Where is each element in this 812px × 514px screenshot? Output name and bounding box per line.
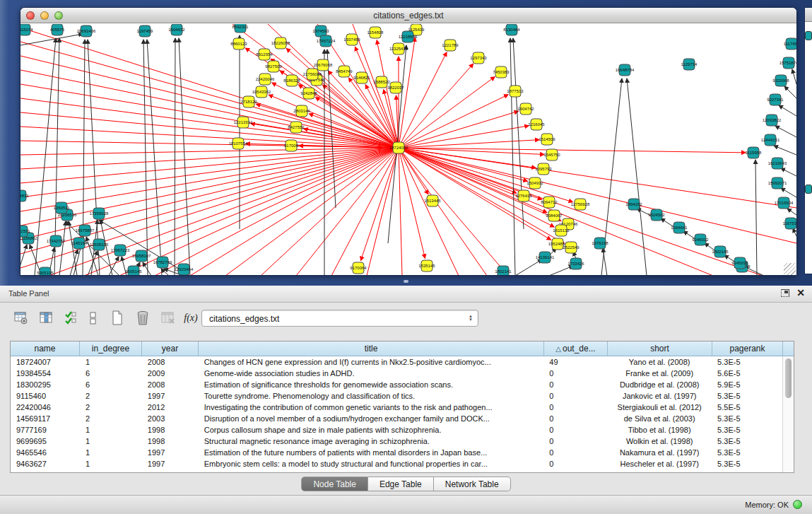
node-label: 17957223 <box>111 248 130 252</box>
node-label: 9329968 <box>772 78 789 83</box>
node-label: 7450383 <box>493 70 510 74</box>
node-label: 12923464 <box>175 267 194 271</box>
network-view-window[interactable]: citations_edges.txt 88601238912954182260… <box>20 7 797 276</box>
table-row[interactable]: 1938455462009Genome-wide association stu… <box>11 368 782 379</box>
cell: Nakamura et al. (1997) <box>607 447 712 458</box>
node-table[interactable]: namein_degreeyeartitle△out_de...shortpag… <box>10 341 794 473</box>
table-row[interactable]: 911546021997Tourette syndrome. Phenomeno… <box>11 390 782 402</box>
table-scrollbar[interactable] <box>782 356 794 472</box>
cell: 1 <box>80 436 142 447</box>
column-header-year[interactable]: year <box>142 341 199 356</box>
delete-table-button-disabled <box>158 308 178 328</box>
network-selector-dropdown[interactable]: citations_edges.txt ▲▼ <box>201 310 478 327</box>
node-label: 1974593 <box>312 29 329 33</box>
tab-network-table[interactable]: Network Table <box>434 477 511 491</box>
table-row[interactable]: 2242004622012Investigating the contribut… <box>11 402 782 413</box>
scrollbar-thumb[interactable] <box>785 358 792 398</box>
graph-node-fragment <box>805 185 812 194</box>
table-row[interactable]: 1830029562008Estimation of significance … <box>11 379 782 390</box>
citation-edge-red <box>20 148 399 226</box>
table-row[interactable]: 977716911998Corpus callosum shape and si… <box>11 424 782 436</box>
table-body[interactable]: 1872400712008Changes of HCN gene express… <box>11 356 782 472</box>
node-label: 1802141 <box>495 269 512 274</box>
node-label: 1129734 <box>681 62 698 66</box>
cell: 9115460 <box>11 390 80 402</box>
column-header-pagerank[interactable]: pagerank <box>712 341 783 356</box>
cell: Structural magnetic resonance image aver… <box>199 436 544 447</box>
selected-network-name: citations_edges.txt <box>209 314 279 324</box>
delete-column-button[interactable] <box>133 308 153 328</box>
cell: 5.3E-5 <box>712 458 782 469</box>
cell: 0 <box>543 458 607 469</box>
node-label: 1802145 <box>712 250 729 254</box>
citation-edge-red <box>365 85 399 148</box>
table-row[interactable]: 946362711997Embryonic stem cells: a mode… <box>11 458 782 469</box>
node-label: 1815074 <box>20 28 33 32</box>
column-header-name[interactable]: name <box>11 341 80 356</box>
table-options-button[interactable] <box>11 308 31 328</box>
citation-edge-red <box>399 148 425 258</box>
table-row[interactable]: 1456911722003Disruption of a novel membe… <box>11 413 782 424</box>
float-panel-icon[interactable] <box>781 289 789 297</box>
table-row[interactable]: 969969511998Structural magnetic resonanc… <box>11 436 782 447</box>
node-label: 17342757 <box>47 239 66 243</box>
select-apply-button[interactable] <box>61 308 81 328</box>
node-label: 9115958 <box>746 151 763 155</box>
function-builder-button[interactable]: f(x) <box>181 308 201 328</box>
citation-edge-black <box>20 245 27 276</box>
citation-edge-black <box>143 262 151 276</box>
cell: 19384554 <box>11 368 80 379</box>
cell: 5.3E-5 <box>712 424 782 436</box>
node-label: 8592311 <box>233 25 249 29</box>
node-label: 1145194 <box>71 241 88 245</box>
memory-status-label: Memory: OK <box>745 501 789 509</box>
node-label: 1276413 <box>515 194 532 198</box>
table-header-row[interactable]: namein_degreeyeartitle△out_de...shortpag… <box>11 341 794 356</box>
column-header-short[interactable]: short <box>608 341 712 356</box>
cell: Yano et al. (2008) <box>607 356 712 368</box>
node-label: 9146821 <box>353 76 370 80</box>
citation-edge-black <box>792 69 796 84</box>
node-label: 16210643 <box>768 161 787 165</box>
cell: 5.5E-5 <box>712 402 782 413</box>
cell: 5.3E-5 <box>712 390 782 402</box>
table-row[interactable]: 1872400712008Changes of HCN gene express… <box>11 356 782 368</box>
node-label: 16782759 <box>153 260 172 264</box>
node-label: 9505145 <box>125 269 142 274</box>
cell: 1 <box>80 356 142 368</box>
node-label: 2718120 <box>240 100 257 104</box>
citation-network-graph[interactable]: 8860123891295418226058982750981863281054… <box>20 24 796 276</box>
cell: 1997 <box>142 447 199 458</box>
row-tools-button[interactable] <box>83 308 103 328</box>
tab-edge-table[interactable]: Edge Table <box>368 477 434 491</box>
node-label: 1604742 <box>517 107 534 111</box>
citation-edge-red <box>399 148 459 276</box>
node-label: 9242848 <box>300 91 317 95</box>
memory-ok-indicator[interactable] <box>793 500 802 509</box>
close-panel-icon[interactable]: ✕ <box>796 288 805 297</box>
window-titlebar[interactable]: citations_edges.txt <box>20 8 796 23</box>
split-pane-handle[interactable] <box>404 280 408 283</box>
cell: 2003 <box>142 413 199 424</box>
column-header-title[interactable]: title <box>199 341 544 356</box>
tab-node-table[interactable]: Node Table <box>301 477 368 491</box>
node-label: 10543362 <box>252 90 271 94</box>
cell: 5.9E-5 <box>712 379 782 390</box>
node-label: 1167533 <box>783 221 796 226</box>
citation-edge-black <box>179 38 190 276</box>
table-toolbar: f(x) citations_edges.txt ▲▼ <box>0 305 812 334</box>
cell: Wolkin et al. (1998) <box>607 436 712 447</box>
node-label: 1545750 <box>543 153 560 157</box>
citation-edge-red <box>331 148 399 276</box>
create-column-button[interactable] <box>107 308 127 328</box>
table-row[interactable]: 946554611997Estimation of the future num… <box>11 447 782 458</box>
network-canvas[interactable]: 8860123891295418226058982750981863281054… <box>20 24 796 276</box>
table-type-tabs: Node Table Edge Table Network Table <box>0 477 812 491</box>
citation-edge-red <box>20 148 399 211</box>
show-columns-button[interactable] <box>37 308 57 328</box>
background-network-window[interactable] <box>804 7 812 274</box>
window-resize-grip[interactable] <box>784 263 796 275</box>
cell: 0 <box>543 402 607 413</box>
column-header-in_degree[interactable]: in_degree <box>80 341 142 356</box>
column-header-out_de[interactable]: △out_de... <box>544 341 608 356</box>
